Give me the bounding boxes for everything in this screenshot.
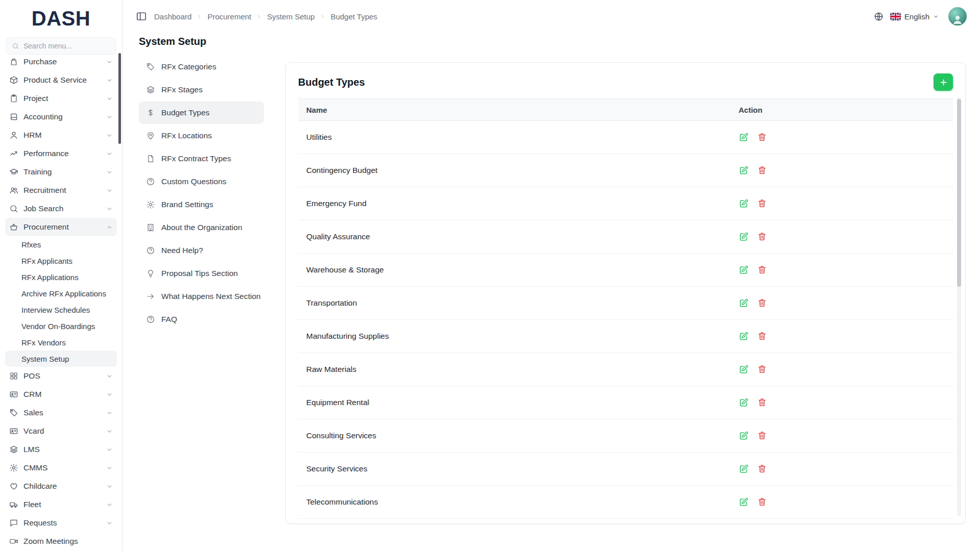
table-scrollbar-thumb[interactable]: [957, 99, 961, 287]
sidebar-toggle-button[interactable]: [136, 11, 147, 22]
sidebar-item-accounting[interactable]: Accounting: [5, 108, 117, 126]
setup-item-custom-questions[interactable]: Custom Questions: [139, 170, 264, 193]
setup-item-about-the-organization[interactable]: About the Organization: [139, 216, 264, 239]
edit-button[interactable]: [739, 430, 750, 441]
table-row: Equipment Rental: [298, 386, 953, 419]
basket-icon: [9, 222, 18, 232]
trash-icon: [757, 265, 767, 275]
add-budget-type-button[interactable]: [934, 73, 953, 91]
app-logo[interactable]: DASH: [0, 0, 122, 37]
breadcrumb-system-setup[interactable]: System Setup: [267, 12, 314, 21]
sidebar-item-lms[interactable]: LMS: [5, 440, 117, 459]
sidebar-item-pos[interactable]: POS: [5, 367, 117, 385]
setup-item-proposal-tips-section[interactable]: Proposal Tips Section: [139, 262, 264, 285]
layers-icon: [9, 445, 18, 454]
sidebar-item-childcare[interactable]: Childcare: [5, 477, 117, 495]
edit-button[interactable]: [739, 165, 750, 176]
edit-button[interactable]: [739, 297, 750, 309]
sidebar-subitem-rfx-applications[interactable]: RFx Applications: [5, 269, 117, 285]
gear-icon: [146, 200, 155, 209]
delete-button[interactable]: [757, 463, 768, 474]
delete-button[interactable]: [757, 297, 768, 309]
system-setup-menu: RFx Categories RFx Stages Budget Types R…: [139, 56, 264, 331]
sidebar-item-crm[interactable]: CRM: [5, 385, 117, 404]
delete-button[interactable]: [757, 397, 768, 408]
sidebar-subitem-interview-schedules[interactable]: Interview Schedules: [5, 302, 117, 318]
delete-button[interactable]: [757, 132, 768, 143]
table-row: Quality Assurance: [298, 220, 953, 254]
sidebar-subitem-rfx-vendors[interactable]: RFx Vendors: [5, 334, 117, 350]
chevron-down-icon: [106, 95, 113, 102]
sidebar-item-fleet[interactable]: Fleet: [5, 495, 117, 514]
map-pin-icon: [146, 131, 155, 140]
delete-button[interactable]: [757, 496, 768, 508]
breadcrumb-budget-types[interactable]: Budget Types: [331, 12, 377, 21]
edit-button[interactable]: [739, 264, 750, 276]
language-selector[interactable]: English: [890, 12, 939, 21]
sidebar-subitem-system-setup[interactable]: System Setup: [5, 350, 117, 367]
setup-item-rfx-contract-types[interactable]: RFx Contract Types: [139, 147, 264, 170]
setup-item-faq[interactable]: FAQ: [139, 308, 264, 331]
delete-button[interactable]: [757, 430, 768, 441]
sidebar-item-product-service[interactable]: Product & Service: [5, 71, 117, 89]
delete-button[interactable]: [757, 231, 768, 242]
budget-types-card: Budget Types Name Action Utilities: [285, 62, 966, 524]
setup-item-rfx-stages[interactable]: RFx Stages: [139, 79, 264, 101]
sidebar-item-purchase[interactable]: Purchase: [5, 55, 117, 71]
sidebar-item-cmms[interactable]: CMMS: [5, 459, 117, 477]
table-row: Raw Materials: [298, 353, 953, 386]
setup-item-budget-types[interactable]: Budget Types: [139, 102, 264, 124]
chevron-right-icon: [320, 14, 326, 19]
globe-button[interactable]: [874, 12, 884, 21]
delete-button[interactable]: [757, 198, 768, 209]
search-input[interactable]: [23, 42, 110, 50]
grid-icon: [9, 371, 18, 381]
edit-button[interactable]: [739, 364, 750, 375]
budget-types-table: Name Action Utilities Contingency Budget: [298, 98, 953, 519]
delete-button[interactable]: [757, 264, 768, 276]
sidebar-item-project[interactable]: Project: [5, 89, 117, 108]
table-scrollbar-track[interactable]: [957, 97, 961, 516]
sidebar-subitem-rfxes[interactable]: Rfxes: [5, 236, 117, 253]
chevron-down-icon: [106, 373, 113, 380]
table-row: Telecommunications: [298, 486, 953, 519]
search-icon: [9, 204, 18, 213]
delete-button[interactable]: [757, 364, 768, 375]
delete-button[interactable]: [757, 331, 768, 342]
setup-item-what-happens-next-section[interactable]: What Happens Next Section: [139, 285, 264, 308]
setup-item-rfx-locations[interactable]: RFx Locations: [139, 124, 264, 147]
breadcrumb-procurement[interactable]: Procurement: [207, 12, 251, 21]
sidebar-item-hrm[interactable]: HRM: [5, 126, 117, 144]
edit-button[interactable]: [739, 496, 750, 508]
setup-item-brand-settings[interactable]: Brand Settings: [139, 193, 264, 216]
main-area: Dashboard Procurement System Setup Budge…: [122, 0, 980, 551]
sidebar-item-job-search[interactable]: Job Search: [5, 199, 117, 218]
user-avatar[interactable]: [948, 7, 967, 26]
sidebar-subitem-vendor-on-boardings[interactable]: Vendor On-Boardings: [5, 318, 117, 334]
sidebar-scrollbar[interactable]: [118, 53, 121, 144]
sidebar-item-zoom-meetings[interactable]: Zoom Meetings: [5, 532, 117, 550]
budget-type-name: Warehouse & Storage: [298, 265, 739, 274]
edit-button[interactable]: [739, 198, 750, 209]
sidebar-item-sales[interactable]: Sales: [5, 404, 117, 422]
sidebar-subitem-rfx-applicants[interactable]: RFx Applicants: [5, 253, 117, 269]
sidebar-item-performance[interactable]: Performance: [5, 144, 117, 163]
sidebar-subitem-archive-rfx-applications[interactable]: Archive RFx Applications: [5, 285, 117, 302]
setup-item-rfx-categories[interactable]: RFx Categories: [139, 56, 264, 78]
edit-button[interactable]: [739, 132, 750, 143]
delete-button[interactable]: [757, 165, 768, 176]
edit-button[interactable]: [739, 231, 750, 242]
edit-button[interactable]: [739, 397, 750, 408]
sidebar-item-training[interactable]: Training: [5, 163, 117, 181]
trash-icon: [757, 132, 767, 142]
sidebar-item-recruitment[interactable]: Recruitment: [5, 181, 117, 199]
sidebar-item-vcard[interactable]: Vcard: [5, 422, 117, 440]
edit-icon: [739, 464, 749, 474]
sidebar-item-procurement[interactable]: Procurement: [5, 218, 117, 236]
edit-button[interactable]: [739, 463, 750, 474]
edit-button[interactable]: [739, 331, 750, 342]
setup-item-need-help[interactable]: Need Help?: [139, 239, 264, 262]
breadcrumb-dashboard[interactable]: Dashboard: [154, 12, 191, 21]
budget-type-name: Transportation: [298, 298, 739, 308]
sidebar-item-requests[interactable]: Requests: [5, 514, 117, 532]
